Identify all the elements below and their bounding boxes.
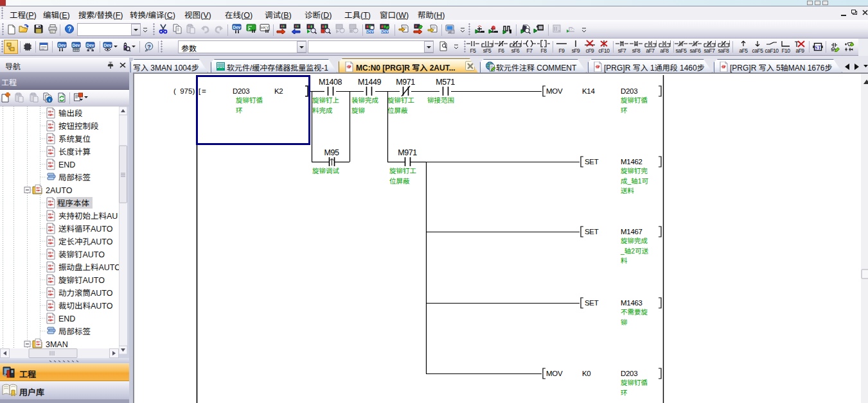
svg-text:D203: D203 (621, 87, 637, 95)
svg-text:旋铆调试: 旋铆调试 (312, 167, 339, 175)
svg-text:K2: K2 (274, 87, 283, 95)
svg-text:长度计算: 长度计算 (58, 148, 91, 157)
svg-text:?: ? (67, 26, 71, 33)
svg-text:Dev: Dev (381, 29, 389, 33)
svg-text:环: 环 (621, 107, 628, 114)
svg-text:系统复位: 系统复位 (58, 135, 91, 144)
svg-text:Dev: Dev (73, 43, 80, 47)
svg-text:MOV: MOV (546, 87, 563, 95)
svg-text:程序本体: 程序本体 (57, 199, 90, 208)
svg-text:_轴2可送: _轴2可送 (620, 247, 649, 255)
svg-text:装铆钉AUTO: 装铆钉AUTO (58, 250, 105, 259)
svg-text:动力滚筒AUTO: 动力滚筒AUTO (58, 289, 113, 298)
svg-text:SET: SET (585, 228, 599, 236)
svg-text:SET: SET (585, 299, 599, 307)
svg-text:位屏蔽: 位屏蔽 (387, 107, 408, 114)
svg-text:旋铆: 旋铆 (351, 107, 365, 114)
svg-text:M1449: M1449 (358, 78, 382, 87)
svg-text:M1463: M1463 (621, 299, 642, 307)
svg-text:M1408: M1408 (319, 78, 342, 87)
svg-text:M1462: M1462 (621, 158, 642, 166)
svg-text:送料循环AUTO: 送料循环AUTO (58, 225, 113, 234)
svg-text:铆: 铆 (621, 318, 628, 326)
svg-text:END: END (58, 160, 75, 169)
svg-text:旋铆完成: 旋铆完成 (621, 237, 648, 244)
svg-text:D203: D203 (233, 87, 249, 95)
svg-text:=: = (202, 87, 206, 95)
svg-text:铆接范围: 铆接范围 (427, 96, 454, 104)
svg-text:旋铆钉循: 旋铆钉循 (621, 379, 648, 386)
svg-text:( 975): ( 975) (173, 87, 195, 95)
svg-text:ST: ST (815, 44, 822, 51)
svg-text:不需要旋: 不需要旋 (621, 308, 648, 316)
svg-text:输出段: 输出段 (58, 109, 83, 118)
svg-text:K0: K0 (582, 370, 590, 377)
svg-text:M971: M971 (398, 148, 417, 157)
svg-text:2AUTO: 2AUTO (46, 186, 73, 195)
svg-text:D203: D203 (621, 370, 637, 377)
svg-text:旋铆钉循: 旋铆钉循 (236, 96, 263, 104)
svg-text:环: 环 (236, 107, 243, 114)
svg-text:位屏蔽: 位屏蔽 (389, 177, 410, 185)
svg-text:Dev: Dev (87, 43, 94, 47)
svg-text:3MAN: 3MAN (46, 340, 68, 349)
svg-text:Dev: Dev (233, 25, 241, 30)
svg-text:?: ? (147, 44, 151, 50)
svg-text:SET: SET (585, 158, 599, 166)
svg-text:旋铆钉AUTO: 旋铆钉AUTO (58, 276, 105, 285)
svg-text:旋铆钉完: 旋铆钉完 (621, 167, 648, 175)
svg-text:料: 料 (621, 257, 628, 264)
svg-text:局部标签: 局部标签 (58, 173, 91, 182)
svg-text:定长冲孔AUTO: 定长冲孔AUTO (58, 237, 113, 246)
svg-text:Dev: Dev (58, 43, 66, 47)
svg-text:M1467: M1467 (621, 228, 642, 236)
svg-text:环: 环 (621, 389, 628, 397)
svg-text:局部标签: 局部标签 (58, 327, 91, 336)
svg-text:料完成: 料完成 (312, 107, 333, 114)
svg-text:M971: M971 (396, 78, 415, 87)
svg-text:旋铆钉工: 旋铆钉工 (387, 96, 414, 104)
svg-text:M571: M571 (436, 78, 455, 87)
svg-text:MOV: MOV (546, 370, 563, 377)
svg-text:装铆完成: 装铆完成 (351, 96, 378, 104)
svg-text:按钮控制段: 按钮控制段 (58, 122, 99, 131)
svg-text:成_轴1可: 成_轴1可 (621, 177, 648, 185)
svg-text:送料: 送料 (621, 187, 634, 194)
svg-text:旋铆钉工: 旋铆钉工 (389, 167, 416, 175)
svg-text:旋铆钉上: 旋铆钉上 (312, 96, 339, 104)
svg-text:夹持初始上料AU: 夹持初始上料AU (58, 212, 118, 221)
svg-text:END: END (58, 314, 75, 323)
svg-text:i: i (49, 98, 50, 103)
svg-text:旋铆钉循: 旋铆钉循 (621, 96, 648, 104)
svg-text:振动盘上料AUTO: 振动盘上料AUTO (58, 263, 119, 272)
svg-text:K14: K14 (582, 87, 595, 95)
svg-text:HKY: HKY (261, 26, 269, 30)
svg-text:Dev: Dev (366, 29, 374, 33)
svg-text:M95: M95 (324, 148, 339, 157)
svg-text:[: [ (199, 87, 201, 95)
svg-text:Dev: Dev (104, 43, 112, 47)
svg-text:裁切出料AUTO: 裁切出料AUTO (58, 302, 113, 311)
